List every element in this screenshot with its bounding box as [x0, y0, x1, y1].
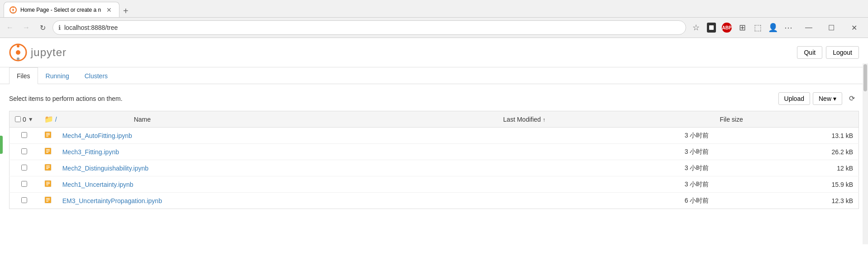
- new-button[interactable]: New ▾: [813, 92, 842, 105]
- adblock-button[interactable]: ABP: [720, 21, 733, 34]
- new-tab-button[interactable]: +: [119, 5, 132, 17]
- folder-icon: 📁: [44, 115, 53, 123]
- svg-rect-9: [46, 134, 50, 135]
- adblock-icon: ABP: [722, 23, 731, 33]
- logout-button[interactable]: Logout: [826, 46, 859, 59]
- forward-button[interactable]: →: [20, 21, 33, 34]
- active-tab: Home Page - Select or create a n ✕: [4, 2, 119, 17]
- quit-button[interactable]: Quit: [797, 46, 822, 59]
- table-row: Mech3_Fitting.ipynb 3 小时前 26.2 kB: [10, 144, 859, 160]
- upload-button[interactable]: Upload: [778, 92, 810, 105]
- profile-icon[interactable]: 👤: [767, 21, 779, 34]
- tab-running[interactable]: Running: [38, 67, 77, 84]
- toolbar-right: Upload New ▾ ⟳: [778, 91, 859, 105]
- tab-bar: Home Page - Select or create a n ✕ +: [0, 0, 868, 17]
- row-checkbox[interactable]: [21, 148, 27, 154]
- svg-point-4: [16, 50, 20, 55]
- modified-header[interactable]: Last Modified ↑: [498, 111, 715, 128]
- close-button[interactable]: ✕: [844, 20, 864, 35]
- svg-rect-17: [46, 167, 50, 168]
- breadcrumb-header: 📁 /: [39, 111, 129, 128]
- svg-rect-26: [46, 201, 48, 202]
- svg-rect-21: [46, 183, 50, 184]
- svg-rect-24: [46, 198, 50, 199]
- file-icon-cell: [39, 193, 57, 209]
- menu-button[interactable]: ⋯: [782, 21, 795, 34]
- address-bar[interactable]: ℹ localhost:8888/tree: [52, 20, 686, 35]
- svg-rect-8: [46, 133, 50, 134]
- scrollbar-thumb[interactable]: [863, 64, 867, 91]
- name-header[interactable]: Name: [129, 111, 498, 128]
- size-header-label: File size: [720, 116, 743, 123]
- sidebar-icon[interactable]: ⊞: [736, 21, 749, 34]
- notebook-icon: [44, 147, 52, 155]
- file-modified: 3 小时前: [498, 144, 715, 160]
- dark-extension-icon: [707, 23, 716, 33]
- svg-point-6: [17, 57, 19, 60]
- file-modified: 6 小时前: [498, 193, 715, 209]
- file-size: 13.1 kB: [714, 128, 858, 144]
- file-name[interactable]: Mech1_Uncertainty.ipynb: [57, 176, 498, 193]
- jupyter-logo-icon: [9, 43, 27, 62]
- select-all-checkbox[interactable]: [15, 116, 21, 122]
- info-icon: ℹ: [58, 24, 61, 31]
- window-controls: — ☐ ✕: [798, 20, 864, 35]
- table-row: Mech1_Uncertainty.ipynb 3 小时前 15.9 kB: [10, 176, 859, 193]
- file-icon-cell: [39, 128, 57, 144]
- row-checkbox[interactable]: [21, 197, 27, 203]
- file-name[interactable]: Mech4_AutoFitting.ipynb: [57, 128, 498, 144]
- tab-close-button[interactable]: ✕: [105, 5, 114, 14]
- reload-button[interactable]: ↻: [36, 21, 49, 34]
- svg-rect-16: [46, 166, 50, 166]
- green-status-bar: [0, 136, 3, 154]
- file-browser-toolbar: Select items to perform actions on them.…: [9, 91, 859, 105]
- file-icon-cell: [39, 160, 57, 176]
- counter-select: 0 ▼: [15, 116, 33, 123]
- file-name[interactable]: Mech2_Distinguishability.ipynb: [57, 160, 498, 176]
- refresh-button[interactable]: ⟳: [845, 91, 859, 105]
- file-name[interactable]: EM3_UncertaintyPropagation.ipynb: [57, 193, 498, 209]
- name-header-label: Name: [134, 116, 151, 123]
- file-modified: 3 小时前: [498, 128, 715, 144]
- svg-rect-10: [46, 136, 48, 137]
- notebook-icon: [44, 164, 52, 171]
- svg-point-5: [17, 45, 19, 47]
- tab-clusters[interactable]: Clusters: [77, 67, 115, 84]
- sort-arrow-icon: ↑: [543, 117, 545, 123]
- row-checkbox-cell: [10, 193, 39, 209]
- url-text: localhost:8888/tree: [64, 24, 680, 31]
- row-checkbox[interactable]: [21, 132, 27, 138]
- file-icon-cell: [39, 144, 57, 160]
- row-checkbox-cell: [10, 160, 39, 176]
- back-button[interactable]: ←: [4, 21, 16, 34]
- path-text[interactable]: /: [55, 116, 57, 123]
- file-modified: 3 小时前: [498, 176, 715, 193]
- maximize-button[interactable]: ☐: [821, 20, 842, 35]
- file-size: 15.9 kB: [714, 176, 858, 193]
- file-name[interactable]: Mech3_Fitting.ipynb: [57, 144, 498, 160]
- svg-rect-2: [709, 25, 714, 30]
- jupyter-logo: jupyter: [9, 43, 67, 62]
- browser-chrome: Home Page - Select or create a n ✕ + ← →…: [0, 0, 868, 38]
- ext-icon-black[interactable]: [705, 21, 718, 34]
- count-dropdown-arrow[interactable]: ▼: [28, 116, 33, 123]
- tab-files[interactable]: Files: [9, 67, 38, 84]
- file-size: 12 kB: [714, 160, 858, 176]
- new-button-label: New: [819, 95, 831, 102]
- file-browser: Select items to perform actions on them.…: [0, 84, 868, 216]
- table-header-row: 0 ▼ 📁 / Name Last Modified: [10, 111, 859, 128]
- select-all-header: 0 ▼: [10, 111, 39, 128]
- jupyter-logo-text: jupyter: [31, 46, 67, 59]
- row-checkbox[interactable]: [21, 165, 27, 171]
- table-row: EM3_UncertaintyPropagation.ipynb 6 小时前 1…: [10, 193, 859, 209]
- translate-icon[interactable]: ⬚: [751, 21, 764, 34]
- row-checkbox[interactable]: [21, 181, 27, 187]
- table-row: Mech2_Distinguishability.ipynb 3 小时前 12 …: [10, 160, 859, 176]
- bookmark-star-icon[interactable]: ☆: [690, 21, 702, 34]
- file-table: 0 ▼ 📁 / Name Last Modified: [9, 111, 859, 209]
- svg-rect-25: [46, 199, 50, 200]
- notebook-icon: [44, 196, 52, 204]
- notebook-icon: [44, 131, 52, 138]
- minimize-button[interactable]: —: [798, 20, 819, 35]
- size-header: File size: [714, 111, 858, 128]
